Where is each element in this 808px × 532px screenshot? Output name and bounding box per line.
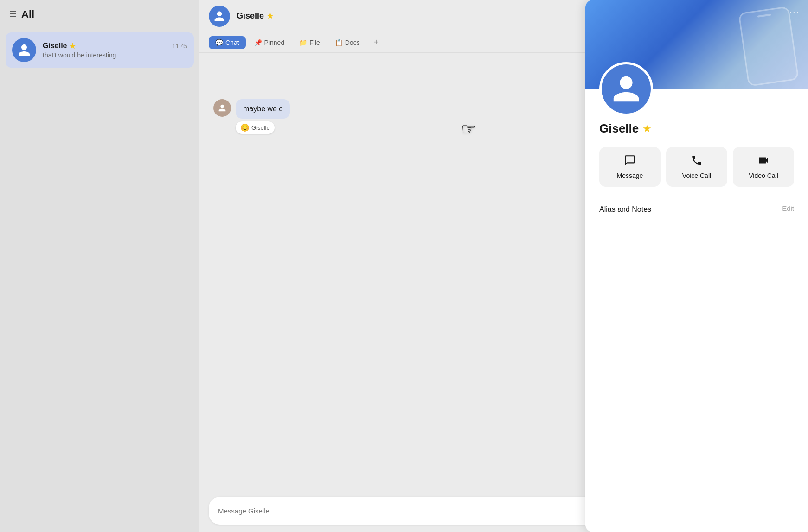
profile-name: Giselle — [599, 121, 639, 136]
profile-video-icon — [757, 154, 770, 169]
chat-tab-icon: 💬 — [215, 39, 223, 46]
person-icon — [17, 43, 31, 57]
chat-info: Giselle ★ 11:45 that't would be interest… — [43, 42, 187, 59]
topbar-avatar — [209, 6, 230, 27]
profile-message-icon — [624, 154, 636, 169]
profile-star-icon: ★ — [642, 123, 652, 135]
msg-content-left: maybe we c 😊 Giselle — [236, 99, 290, 134]
topbar-person-icon — [213, 10, 225, 22]
main-area: Giselle ★ 4 — [199, 0, 808, 532]
profile-message-button[interactable]: Message — [599, 147, 661, 187]
alias-edit-button[interactable]: Edit — [782, 204, 794, 212]
profile-video-call-button[interactable]: Video Call — [733, 147, 794, 187]
reaction-emoji: 😊 — [240, 123, 250, 132]
profile-panel: ··· Giselle ★ Message — [585, 0, 808, 532]
hamburger-icon[interactable]: ☰ — [9, 9, 17, 19]
avatar — [12, 38, 36, 62]
voice-call-icon — [691, 154, 703, 166]
sidebar: ☰ All Giselle ★ 11:45 that't would be in… — [0, 0, 199, 532]
profile-person-icon — [610, 73, 642, 105]
chat-preview: that't would be interesting — [43, 51, 187, 59]
chat-name-row: Giselle ★ 11:45 — [43, 42, 187, 51]
sidebar-list: Giselle ★ 11:45 that't would be interest… — [0, 29, 199, 532]
profile-phone-icon — [691, 154, 703, 169]
add-tab-button[interactable]: + — [370, 36, 383, 49]
giselle-avatar-icon — [217, 103, 227, 113]
docs-tab-icon: 📋 — [335, 39, 343, 46]
chat-item-giselle[interactable]: Giselle ★ 11:45 that't would be interest… — [6, 32, 194, 68]
star-icon: ★ — [69, 42, 76, 51]
message-bubble-icon — [624, 154, 636, 166]
alias-label: Alias and Notes — [599, 204, 651, 215]
profile-avatar — [599, 62, 653, 116]
sidebar-header: ☰ All — [0, 0, 199, 29]
alias-section: Alias and Notes Edit — [599, 200, 794, 219]
profile-name-row: Giselle ★ — [599, 121, 794, 136]
profile-voice-call-button[interactable]: Voice Call — [666, 147, 727, 187]
reaction-name: Giselle — [251, 124, 270, 131]
tab-chat[interactable]: 💬 Chat — [209, 36, 246, 49]
pinned-tab-icon: 📌 — [254, 39, 262, 46]
reaction-bar: 😊 Giselle — [236, 121, 275, 134]
profile-actions: Message Voice Call — [599, 147, 794, 187]
chat-time: 11:45 — [172, 43, 187, 50]
topbar-star-icon: ★ — [267, 12, 273, 20]
profile-cover: ··· — [585, 0, 808, 89]
tab-file[interactable]: 📁 File — [293, 36, 327, 49]
tab-pinned[interactable]: 📌 Pinned — [248, 36, 291, 49]
file-tab-icon: 📁 — [299, 39, 307, 46]
msg-bubble-maybe: maybe we c — [236, 99, 290, 119]
chat-name: Giselle ★ — [43, 42, 76, 51]
profile-body: Giselle ★ Message — [585, 89, 808, 532]
video-call-icon — [757, 154, 770, 166]
topbar-name: Giselle ★ — [237, 11, 273, 21]
msg-avatar-giselle — [213, 99, 231, 117]
profile-more-icon[interactable]: ··· — [789, 6, 800, 17]
phone-decoration — [738, 6, 799, 87]
tab-docs[interactable]: 📋 Docs — [328, 36, 366, 49]
sidebar-title: All — [21, 8, 34, 20]
